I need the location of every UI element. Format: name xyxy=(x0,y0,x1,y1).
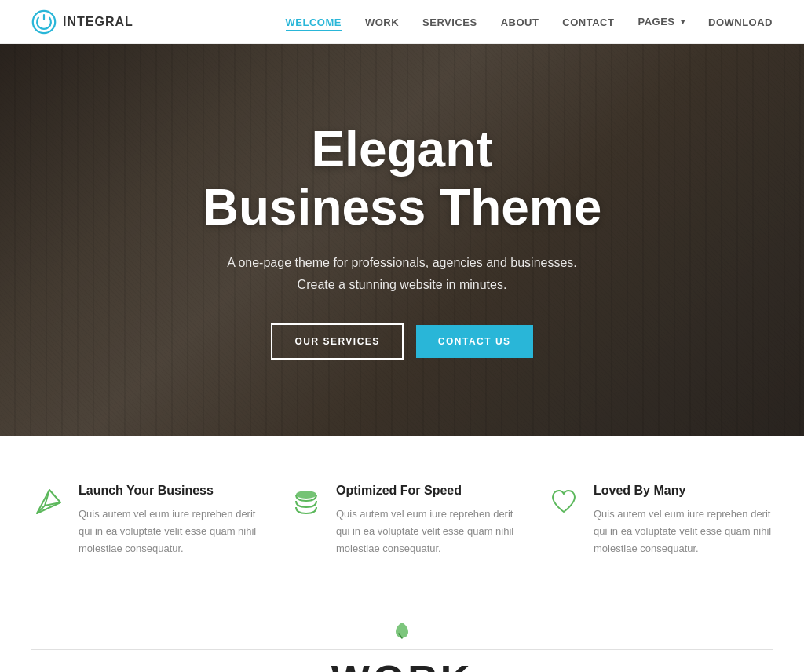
feature-launch-text: Launch Your Business Quis autem vel eum … xyxy=(79,484,258,557)
feature-speed-text: Optimized For Speed Quis autem vel eum i… xyxy=(336,484,515,557)
nav-link-pages[interactable]: PAGES ▾ xyxy=(638,16,685,27)
integral-logo-icon xyxy=(31,9,57,35)
nav-link-about[interactable]: ABOUT xyxy=(501,16,539,28)
nav-item-contact[interactable]: CONTACT xyxy=(562,15,614,29)
svg-point-5 xyxy=(296,491,316,499)
work-title: WORK xyxy=(31,656,773,672)
nav-link-contact[interactable]: CONTACT xyxy=(562,16,614,28)
brand-name: INTEGRAL xyxy=(63,15,133,29)
feature-loved-desc: Quis autem vel eum iure reprehen derit q… xyxy=(594,506,773,557)
leaf-icon xyxy=(31,621,773,645)
feature-loved-text: Loved By Many Quis autem vel eum iure re… xyxy=(594,484,773,557)
hero-subtitle: A one-page theme for professionals, agen… xyxy=(206,252,598,294)
nav-item-work[interactable]: WORK xyxy=(365,15,399,29)
nav-item-welcome[interactable]: WELCOME xyxy=(286,15,342,29)
hero-title-line2: Business Theme xyxy=(203,179,602,236)
features-grid: Launch Your Business Quis autem vel eum … xyxy=(31,484,773,557)
nav-link-services[interactable]: SERVICES xyxy=(422,16,477,28)
nav-item-about[interactable]: ABOUT xyxy=(501,15,539,29)
work-section: WORK Donec nec justo eget felis facilisi… xyxy=(0,597,804,672)
feature-speed-desc: Quis autem vel eum iure reprehen derit q… xyxy=(336,506,515,557)
paper-plane-icon xyxy=(31,484,66,518)
feature-speed: Optimized For Speed Quis autem vel eum i… xyxy=(289,484,515,557)
contact-us-button[interactable]: CONTACT US xyxy=(416,325,533,358)
nav-item-services[interactable]: SERVICES xyxy=(422,15,477,29)
feature-loved: Loved By Many Quis autem vel eum iure re… xyxy=(546,484,773,557)
stack-icon xyxy=(289,484,323,518)
nav-menu: WELCOME WORK SERVICES ABOUT CONTACT PAGE… xyxy=(286,15,773,29)
heart-icon xyxy=(546,484,581,518)
features-section: Launch Your Business Quis autem vel eum … xyxy=(0,436,804,597)
nav-link-work[interactable]: WORK xyxy=(365,16,399,28)
hero-buttons: OUR SERVICES CONTACT US xyxy=(203,323,602,360)
hero-section: Elegant Business Theme A one-page theme … xyxy=(0,44,804,436)
feature-launch-title: Launch Your Business xyxy=(79,484,258,498)
hero-title: Elegant Business Theme xyxy=(203,121,602,236)
hero-subtitle-line1: A one-page theme for professionals, agen… xyxy=(227,256,577,269)
hero-content: Elegant Business Theme A one-page theme … xyxy=(187,121,618,360)
nav-item-pages[interactable]: PAGES ▾ xyxy=(638,16,685,27)
nav-link-welcome[interactable]: WELCOME xyxy=(286,16,342,31)
nav-link-download[interactable]: DOWNLOAD xyxy=(708,16,773,28)
work-divider xyxy=(31,649,773,650)
feature-launch-desc: Quis autem vel eum iure reprehen derit q… xyxy=(79,506,258,557)
feature-speed-title: Optimized For Speed xyxy=(336,484,515,498)
brand-logo[interactable]: INTEGRAL xyxy=(31,9,133,35)
chevron-down-icon: ▾ xyxy=(681,17,685,26)
feature-launch: Launch Your Business Quis autem vel eum … xyxy=(31,484,258,557)
feature-loved-title: Loved By Many xyxy=(594,484,773,498)
hero-title-line1: Elegant xyxy=(311,121,492,177)
hero-subtitle-line2: Create a stunning website in minutes. xyxy=(298,278,507,291)
our-services-button[interactable]: OUR SERVICES xyxy=(271,323,403,360)
navbar: INTEGRAL WELCOME WORK SERVICES ABOUT CON… xyxy=(0,0,804,44)
nav-item-download[interactable]: DOWNLOAD xyxy=(708,15,773,29)
